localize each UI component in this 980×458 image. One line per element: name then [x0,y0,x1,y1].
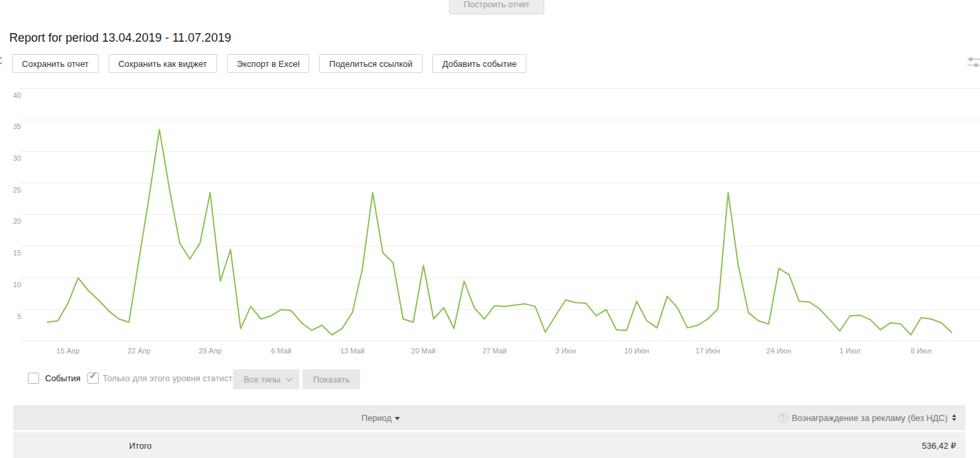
x-axis-labels: 15 Апр22 Апр29 Апр6 Май13 Май20 Май27 Ма… [56,347,931,355]
x-tick-label: 10 Июн [624,347,650,355]
y-tick-label: 10 [13,281,21,289]
show-button[interactable]: Показать [303,369,360,389]
save-as-widget-button[interactable]: Сохранить как виджет [109,54,217,73]
share-link-button[interactable]: Поделиться ссылкой [319,54,422,73]
x-tick-label: 29 Апр [199,347,222,355]
event-type-dropdown[interactable]: Все типы [233,369,299,389]
save-report-button[interactable]: Сохранить отчет [12,54,99,73]
x-tick-label: 27 Май [482,347,507,355]
report-toolbar: Сохранить отчет Сохранить как виджет Экс… [12,54,526,73]
y-tick-label: 5 [17,312,21,320]
report-table: Период ? Вознаграждение за рекламу (без … [13,405,965,458]
total-value: 536,42 ₽ [748,441,965,451]
event-type-selected-value: Все типы [244,375,281,385]
events-filter-group: ✓ События [28,373,81,384]
add-event-button[interactable]: Добавить событие [432,54,526,73]
y-tick-label: 15 [13,249,21,257]
help-icon[interactable]: ? [778,413,787,422]
period-header-label: Период [362,413,392,423]
page-title: Report for period 13.04.2019 - 11.07.201… [9,31,231,45]
column-header-revenue[interactable]: ? Вознаграждение за рекламу (без НДС) [748,413,965,423]
x-tick-label: 20 Май [411,347,436,355]
x-tick-label: 24 Июн [767,347,792,355]
events-checkbox[interactable]: ✓ [28,373,39,384]
x-tick-label: 3 Июн [555,347,575,355]
x-tick-label: 13 Май [340,347,365,355]
caret-down-icon [395,417,400,420]
x-tick-label: 1 Июл [840,347,861,355]
clipped-edge-icon [0,57,2,68]
revenue-header-label: Вознаграждение за рекламу (без НДС) [792,413,948,423]
table-header-row: Период ? Вознаграждение за рекламу (без … [13,405,965,430]
chart-settings-sliders-icon[interactable] [967,56,980,68]
table-total-row: Итого 536,42 ₽ [13,432,965,458]
y-tick-label: 25 [13,186,21,194]
build-report-button[interactable]: Построить отчет [449,0,544,15]
x-tick-label: 6 Май [271,347,291,355]
sort-icon[interactable] [952,414,956,421]
report-page: { "topbar": { "build_report_label": "Пос… [0,0,980,458]
x-tick-label: 17 Июн [695,347,720,355]
gridlines [20,89,980,342]
y-tick-label: 40 [13,91,21,99]
x-tick-label: 8 Июл [910,347,932,355]
y-tick-label: 30 [13,154,21,162]
revenue-series-line [48,130,952,335]
level-filter-group: ✓ Только для этого уровня статистики [87,373,246,384]
export-excel-button[interactable]: Экспорт в Excel [227,54,310,73]
level-checkbox[interactable]: ✓ [87,373,99,384]
level-checkbox-label[interactable]: Только для этого уровня статистики [103,373,246,383]
events-checkbox-label[interactable]: События [45,373,81,383]
total-label: Итого [13,441,748,451]
column-header-period[interactable]: Период [13,413,748,423]
x-tick-label: 15 Апр [56,347,79,355]
x-tick-label: 22 Апр [128,347,151,355]
y-tick-label: 20 [13,217,21,225]
y-axis-labels: 403530252015105 [13,91,21,320]
chevron-down-icon [285,375,292,381]
y-tick-label: 35 [13,122,21,130]
